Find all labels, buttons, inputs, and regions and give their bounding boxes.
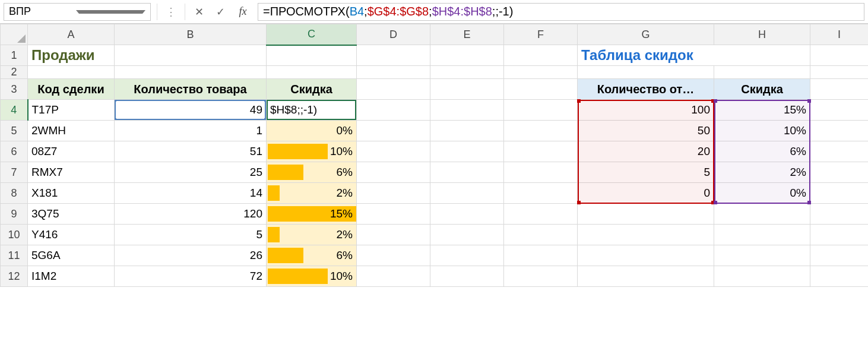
- select-all-corner[interactable]: [1, 24, 28, 45]
- cell[interactable]: 2%: [267, 183, 357, 204]
- row-header[interactable]: 3: [1, 79, 28, 100]
- cell[interactable]: [115, 45, 267, 66]
- cell[interactable]: [714, 225, 810, 245]
- cell[interactable]: Y416: [28, 225, 115, 245]
- col-header-A[interactable]: A: [28, 24, 115, 45]
- cell[interactable]: [504, 266, 578, 287]
- cell[interactable]: [504, 162, 578, 183]
- cell[interactable]: 25: [115, 162, 267, 183]
- cell[interactable]: 10%: [714, 121, 810, 141]
- cell[interactable]: [714, 204, 810, 225]
- cell[interactable]: [810, 204, 869, 225]
- col-header-C[interactable]: C: [267, 24, 357, 45]
- cell[interactable]: RMX7: [28, 162, 115, 183]
- col-header-D[interactable]: D: [357, 24, 430, 45]
- cell[interactable]: [430, 266, 504, 287]
- cell[interactable]: [504, 245, 578, 266]
- cell[interactable]: [357, 45, 430, 66]
- cancel-formula-button[interactable]: ✕: [191, 4, 207, 20]
- cell[interactable]: 120: [115, 204, 267, 225]
- cell[interactable]: [578, 245, 714, 266]
- cell[interactable]: [714, 66, 810, 79]
- cell[interactable]: 0%: [267, 121, 357, 141]
- cell[interactable]: 5: [578, 162, 714, 183]
- cell[interactable]: [357, 66, 430, 79]
- cell[interactable]: [810, 45, 869, 66]
- cell[interactable]: [810, 141, 869, 162]
- cell[interactable]: [357, 162, 430, 183]
- cell[interactable]: [810, 266, 869, 287]
- cell[interactable]: [357, 100, 430, 121]
- cell[interactable]: [810, 121, 869, 141]
- cell[interactable]: [430, 45, 504, 66]
- cell[interactable]: 3Q75: [28, 204, 115, 225]
- cell[interactable]: [357, 141, 430, 162]
- cell[interactable]: 50: [578, 121, 714, 141]
- cell[interactable]: [504, 225, 578, 245]
- cell[interactable]: [504, 121, 578, 141]
- cell[interactable]: [504, 100, 578, 121]
- accept-formula-button[interactable]: ✓: [213, 4, 228, 20]
- cell[interactable]: [810, 162, 869, 183]
- cell[interactable]: [357, 204, 430, 225]
- cell[interactable]: [578, 225, 714, 245]
- cell[interactable]: [504, 45, 578, 66]
- cell[interactable]: 15%: [267, 204, 357, 225]
- cell[interactable]: [578, 204, 714, 225]
- cell[interactable]: 15%: [714, 100, 810, 121]
- cell-editing[interactable]: $H$8;;-1): [267, 100, 357, 121]
- cell[interactable]: [810, 66, 869, 79]
- cell[interactable]: 10%: [267, 141, 357, 162]
- cell[interactable]: [430, 162, 504, 183]
- cell[interactable]: [810, 225, 869, 245]
- cell[interactable]: [714, 245, 810, 266]
- row-header[interactable]: 2: [1, 66, 28, 79]
- cell[interactable]: T17P: [28, 100, 115, 121]
- cell[interactable]: [810, 79, 869, 100]
- row-header[interactable]: 10: [1, 225, 28, 245]
- cell[interactable]: [357, 79, 430, 100]
- header-cell[interactable]: Скидка: [714, 79, 810, 100]
- col-header-I[interactable]: I: [810, 24, 869, 45]
- cell[interactable]: [430, 141, 504, 162]
- col-header-B[interactable]: B: [115, 24, 267, 45]
- header-cell[interactable]: Количество товара: [115, 79, 267, 100]
- cell[interactable]: 72: [115, 266, 267, 287]
- cell[interactable]: 5G6A: [28, 245, 115, 266]
- col-header-F[interactable]: F: [504, 24, 578, 45]
- cell[interactable]: [810, 245, 869, 266]
- row-header[interactable]: 1: [1, 45, 28, 66]
- cell[interactable]: [430, 66, 504, 79]
- cell[interactable]: [430, 100, 504, 121]
- chevron-down-icon[interactable]: [76, 10, 145, 14]
- cell[interactable]: [504, 183, 578, 204]
- cell[interactable]: [430, 121, 504, 141]
- cell[interactable]: 0%: [714, 183, 810, 204]
- cell[interactable]: [578, 266, 714, 287]
- row-header[interactable]: 9: [1, 204, 28, 225]
- cell[interactable]: [267, 45, 357, 66]
- col-header-H[interactable]: H: [714, 24, 810, 45]
- cell[interactable]: [810, 183, 869, 204]
- cell[interactable]: 49: [115, 100, 267, 121]
- cell[interactable]: 08Z7: [28, 141, 115, 162]
- cell[interactable]: 14: [115, 183, 267, 204]
- formula-input[interactable]: =ПРОСМОТРХ(B4;$G$4:$G$8;$H$4:$H$8;;-1): [258, 3, 864, 21]
- fx-icon[interactable]: fx: [234, 5, 252, 18]
- title-cell[interactable]: Продажи: [28, 45, 115, 66]
- row-header[interactable]: 12: [1, 266, 28, 287]
- cell[interactable]: [357, 266, 430, 287]
- cell[interactable]: X181: [28, 183, 115, 204]
- cell[interactable]: [357, 121, 430, 141]
- header-cell[interactable]: Количество от…: [578, 79, 714, 100]
- cell[interactable]: [430, 79, 504, 100]
- cell[interactable]: 0: [578, 183, 714, 204]
- cell[interactable]: I1M2: [28, 266, 115, 287]
- cell[interactable]: [578, 66, 714, 79]
- cell[interactable]: [357, 245, 430, 266]
- header-cell[interactable]: Скидка: [267, 79, 357, 100]
- cell[interactable]: [504, 141, 578, 162]
- cell[interactable]: [430, 183, 504, 204]
- row-header[interactable]: 8: [1, 183, 28, 204]
- cell[interactable]: 26: [115, 245, 267, 266]
